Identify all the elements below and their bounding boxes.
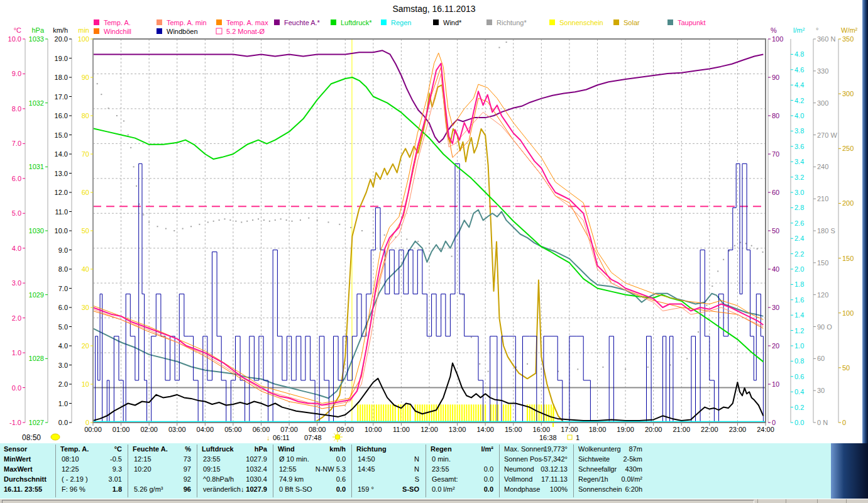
axis-tick-label-c: 4.0 bbox=[12, 245, 21, 252]
axis-tick-label-kmh: 14.0 bbox=[55, 150, 68, 158]
axis-tick-label-min: 60 bbox=[82, 189, 89, 196]
legend-label: Taupunkt bbox=[678, 19, 706, 26]
axis-tick-label-deg: 150 bbox=[817, 259, 828, 267]
legend-label: Temp. A. min bbox=[167, 19, 207, 26]
axis-tick-label-wm2: 300 bbox=[842, 90, 854, 97]
richtung-dot bbox=[498, 47, 500, 48]
sonnenschein-bar bbox=[392, 404, 393, 423]
desktop-background bbox=[862, 0, 868, 443]
richtung-dot bbox=[241, 221, 242, 223]
axis-tick-label-c: 1.0 bbox=[12, 349, 21, 357]
richtung-dot bbox=[148, 221, 150, 223]
sonnenschein-bar bbox=[385, 404, 387, 423]
statusbar-divider bbox=[757, 499, 758, 503]
sonnenschein-bar bbox=[405, 404, 406, 423]
table-cell-value: 1030.4 bbox=[199, 475, 267, 483]
richtung-dot bbox=[108, 108, 109, 109]
axis-tick-label-lm2: 4.6 bbox=[794, 66, 804, 74]
sonnenschein-bar bbox=[441, 404, 442, 423]
wswin-weather-window: Samstag, 16.11.2013 °C-1.00.01.02.03.04.… bbox=[0, 0, 868, 503]
sonnenschein-bar bbox=[415, 404, 416, 423]
axis-tick-label-kmh: 13.0 bbox=[55, 170, 68, 177]
weather-chart: °C-1.00.01.02.03.04.05.06.07.08.09.010.0… bbox=[0, 0, 868, 443]
time-label: 11:00 bbox=[393, 426, 410, 433]
statusbar-divider bbox=[817, 499, 818, 503]
sonnenschein-bar bbox=[407, 404, 409, 423]
sonnenschein-bar bbox=[433, 404, 434, 423]
table-cell-value: 0.0 bbox=[428, 485, 493, 493]
axis-tick-label-pct: 60 bbox=[772, 189, 779, 196]
richtung-dot bbox=[757, 248, 758, 250]
time-label: 05:00 bbox=[224, 426, 242, 433]
axis-tick-label-deg: 180 S bbox=[817, 227, 835, 235]
axis-tick-label-min: 30 bbox=[82, 304, 89, 311]
axis-tick-label-hpa: 1030 bbox=[29, 227, 44, 235]
legend-label: Solar bbox=[624, 19, 640, 26]
table-group-unit: °C bbox=[58, 445, 122, 453]
axis-tick-label-min: 50 bbox=[82, 227, 89, 235]
axis-unit-wm2: W/m² bbox=[841, 26, 858, 34]
richtung-dot bbox=[762, 252, 764, 253]
sonnenschein-bar bbox=[539, 404, 540, 423]
richtung-dot bbox=[451, 256, 453, 257]
table-group-unit: hPa bbox=[199, 445, 267, 453]
richtung-dot bbox=[269, 221, 270, 222]
sonnenschein-bar bbox=[380, 404, 382, 423]
sonnenschein-bar bbox=[369, 404, 370, 423]
sonnenschein-bar bbox=[426, 404, 427, 423]
richtung-dot bbox=[213, 221, 214, 222]
sonnenschein-bar bbox=[503, 404, 504, 423]
legend-label: Windchill bbox=[104, 28, 131, 35]
sonnenschein-bar bbox=[510, 404, 511, 423]
table-separator bbox=[499, 445, 500, 497]
richtung-dot bbox=[711, 285, 713, 287]
axis-tick-label-kmh: 8.0 bbox=[58, 265, 68, 273]
sonnenschein-bar bbox=[388, 404, 389, 423]
axis-tick-label-c: 2.0 bbox=[12, 314, 21, 322]
richtung-dot bbox=[219, 219, 220, 221]
series-feuchte-a- bbox=[93, 50, 763, 142]
axis-tick-label-hpa: 1027 bbox=[29, 419, 44, 426]
sonnenschein-bar bbox=[410, 404, 411, 423]
axis-unit-kmh: km/h bbox=[53, 26, 68, 34]
richtung-dot bbox=[133, 166, 135, 167]
table-cell-value: 73 bbox=[130, 455, 191, 463]
axis-tick-label-kmh: 16.0 bbox=[55, 112, 68, 119]
axis-tick-label-deg: 360 N bbox=[817, 35, 835, 43]
axis-tick-label-pct: 80 bbox=[772, 112, 779, 119]
axis-tick-label-lm2: 1.8 bbox=[794, 280, 804, 288]
axis-unit-min: min bbox=[78, 26, 89, 34]
sonnenschein-bar bbox=[461, 404, 463, 423]
axis-tick-label-lm2: 3.4 bbox=[794, 158, 804, 165]
sun-ray bbox=[334, 433, 335, 434]
table-cell-value: 0.0l/m² bbox=[576, 475, 642, 483]
sonnenschein-bar bbox=[478, 404, 479, 423]
sonnenschein-bar bbox=[454, 404, 456, 423]
sonnenschein-bar bbox=[442, 404, 444, 423]
table-cell-value: -57,342° bbox=[502, 455, 568, 463]
legend-swatch bbox=[216, 28, 222, 34]
legend-swatch bbox=[274, 19, 280, 25]
axis-tick-label-c: 8.0 bbox=[12, 105, 21, 113]
table-cell-value: 0.0 bbox=[428, 475, 493, 483]
axis-tick-label-hpa: 1031 bbox=[29, 163, 44, 170]
statusbar-panel bbox=[2, 500, 754, 503]
axis-tick-label-kmh: 5.0 bbox=[58, 323, 68, 331]
table-cell-value: 430m bbox=[576, 465, 642, 473]
richtung-dot bbox=[350, 227, 351, 228]
richtung-dot bbox=[317, 219, 318, 221]
richtung-dot bbox=[339, 224, 340, 225]
table-cell: 0 min. bbox=[432, 455, 451, 463]
axis-tick-label-deg: 0 N bbox=[817, 419, 828, 426]
table-cell-value: 97 bbox=[130, 465, 191, 473]
axis-tick-label-lm2: 1.0 bbox=[794, 342, 804, 350]
richtung-dot bbox=[157, 226, 158, 227]
table-cell-value: 87m bbox=[576, 445, 642, 453]
axis-tick-label-deg: 60 bbox=[817, 355, 825, 362]
axis-tick-label-min: 40 bbox=[82, 265, 89, 273]
sonnenschein-bar bbox=[548, 404, 549, 423]
axis-tick-label-kmh: 19.0 bbox=[55, 55, 68, 62]
sonnenschein-bar bbox=[495, 404, 497, 423]
time-label: 09:00 bbox=[336, 426, 354, 433]
sonnenschein-bar bbox=[390, 404, 391, 423]
